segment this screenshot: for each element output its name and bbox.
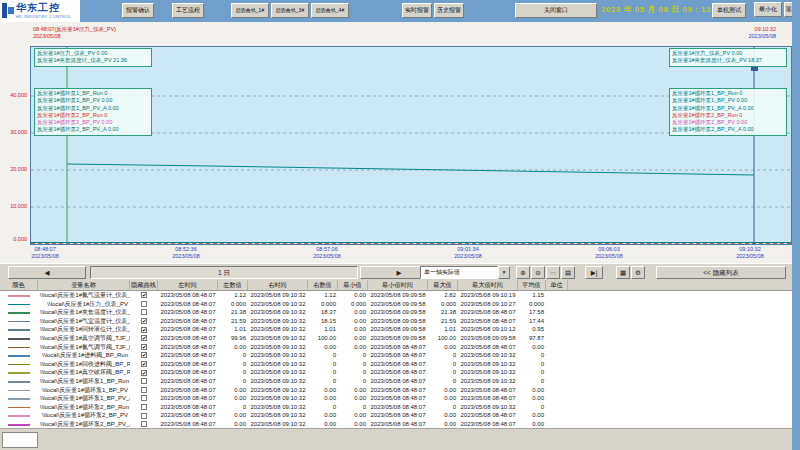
plot-area[interactable]: 反应釜1#压力_仪表_PV 0.00反应釜1#夹套温度计_仪表_PV 21.36… — [30, 46, 792, 245]
hide-curve-checkbox[interactable] — [141, 301, 147, 307]
table-row[interactable]: \\local\反应釜1#气室温度计_仪表_PV✔2023/05/08 08:4… — [0, 317, 792, 326]
hide-curve-checkbox[interactable] — [141, 413, 147, 419]
cursor-left-label: 08:48:07(反应釜1#压力_仪表_PV) — [33, 26, 116, 33]
x-tick-time: 08:52:36 — [151, 246, 221, 253]
column-header[interactable]: 平均值 — [518, 280, 546, 290]
cell-rv: 0.00 — [308, 386, 338, 395]
hide-list-button[interactable]: << 隐藏列表 — [656, 266, 786, 279]
curve-color-swatch — [8, 407, 30, 409]
trend-4-button[interactable]: 趋势曲线_4# — [311, 3, 349, 18]
hide-curve-checkbox[interactable]: ✔ — [141, 352, 147, 358]
cell-rt: 2023/05/08 09:10:32 — [248, 394, 308, 403]
table-row[interactable]: \\local\反应釜1#压力_仪表_PV2023/05/08 08:48:07… — [0, 300, 792, 309]
cell-rt: 2023/05/08 09:10:32 — [248, 300, 308, 309]
curve-color-swatch — [8, 304, 30, 306]
table-row[interactable]: \\local\反应釜1#真空调节阀_TJF_KD_PV✔2023/05/08 … — [0, 334, 792, 343]
table-row[interactable]: \\local\反应釜1#回转液位计_仪表_PV✔2023/05/08 08:4… — [0, 325, 792, 334]
hide-curve-checkbox[interactable]: ✔ — [141, 344, 147, 350]
history-alarm-button[interactable]: 历史报警 — [434, 3, 464, 18]
cell-max: 0.00 — [428, 411, 458, 420]
table-row[interactable]: \\local\反应釜1#循环泵1_BP_PV2023/05/08 08:48:… — [0, 386, 792, 395]
table-row[interactable]: \\local\反应釜1#循环泵1_BP_PV_A2023/05/08 08:4… — [0, 394, 792, 403]
cell-avg: 17.58 — [518, 308, 546, 317]
table-row[interactable]: \\local\反应釜1#回收进料阀_BP_Run✔2023/05/08 08:… — [0, 360, 792, 369]
hide-curve-checkbox[interactable]: ✔ — [141, 361, 147, 367]
alarm-ack-button[interactable]: 报警确认 — [122, 3, 154, 18]
chevron-down-icon[interactable]: ▼ — [498, 266, 510, 279]
hide-curve-checkbox[interactable] — [141, 378, 147, 384]
standalone-test-button[interactable]: 单机测试 — [712, 3, 746, 18]
column-header[interactable]: 左数值 — [218, 280, 248, 290]
table-row[interactable]: \\local\反应釜1#进料阀_BP_Run✔2023/05/08 08:48… — [0, 351, 792, 360]
process-flow-button[interactable]: 工艺流程 — [172, 3, 204, 18]
cell-rt: 2023/05/08 09:10:32 — [248, 360, 308, 369]
hide-curve-checkbox[interactable] — [141, 395, 147, 401]
table-row[interactable]: \\local\反应釜1#循环泵2_BP_PV2023/05/08 08:48:… — [0, 411, 792, 420]
table-row[interactable]: \\local\反应釜1#夹套温度计_仪表_PV2023/05/08 08:48… — [0, 308, 792, 317]
jump-to-latest-icon[interactable]: ▶| — [585, 266, 603, 279]
hide-curve-checkbox[interactable]: ✔ — [141, 335, 147, 341]
zoom-in-icon[interactable]: ⊕ — [516, 266, 530, 279]
data-sheet-icon[interactable]: ▦ — [616, 266, 630, 279]
legend-box-top-right[interactable]: 反应釜1#压力_仪表_PV 0.00反应釜1#夹套温度计_仪表_PV 18.37 — [669, 48, 787, 67]
hide-curve-checkbox[interactable] — [141, 309, 147, 315]
settings-gear-icon[interactable]: ⚙ — [631, 266, 645, 279]
column-header[interactable]: 右时间 — [248, 280, 308, 290]
cell-unit — [546, 360, 568, 369]
trend-1-button[interactable]: 趋势曲线_1# — [231, 3, 269, 18]
hide-curve-checkbox[interactable]: ✔ — [141, 370, 147, 376]
table-row[interactable]: \\local\反应釜1#循环泵2_BP_Run2023/05/08 08:48… — [0, 403, 792, 412]
table-row[interactable]: \\local\反应釜1#真空破坏阀_BP_Run✔2023/05/08 08:… — [0, 368, 792, 377]
cell-avg: 0 — [518, 377, 546, 386]
legend-entry: 反应釜1#循环泵2_BP_Run 0 — [672, 112, 784, 119]
hide-curve-checkbox[interactable]: ✔ — [141, 292, 147, 298]
hide-curve-checkbox[interactable] — [141, 387, 147, 393]
x-tick-date: 2023/05/08 — [10, 253, 80, 260]
cell-max: 0.00 — [428, 343, 458, 352]
hide-curve-checkbox[interactable] — [141, 404, 147, 410]
column-header[interactable]: 右数值 — [308, 280, 338, 290]
cell-unit — [546, 334, 568, 343]
legend-box-mid-right[interactable]: 反应釜1#循环泵1_BP_Run 0反应釜1#循环泵1_BP_PV 0.00反应… — [669, 88, 787, 136]
taskbar-button[interactable] — [2, 432, 38, 448]
realtime-alarm-button[interactable]: 实时报警 — [402, 3, 432, 18]
cell-maxt: 2023/05/08 09:10:32 — [458, 377, 518, 386]
minimize-button[interactable]: 最小化 — [754, 2, 782, 17]
column-header[interactable]: 左时间 — [158, 280, 218, 290]
cell-mint: 2023/05/08 09:09:58 — [368, 300, 428, 309]
table-row[interactable]: \\local\反应釜1#循环泵1_BP_Run2023/05/08 08:48… — [0, 377, 792, 386]
column-header[interactable]: 最大值时间 — [458, 280, 518, 290]
cell-rv: 100.00 — [308, 334, 338, 343]
table-row[interactable]: \\local\反应釜1#氮气流量计_仪表_PV✔2023/05/08 08:4… — [0, 291, 792, 300]
legend-box-top-left[interactable]: 反应釜1#压力_仪表_PV 0.00反应釜1#夹套温度计_仪表_PV 21.36 — [34, 48, 152, 67]
column-header[interactable]: 变量名称 — [38, 280, 130, 290]
cell-lt: 2023/05/08 08:48:07 — [158, 351, 218, 360]
column-header[interactable]: 最小值时间 — [368, 280, 428, 290]
column-header[interactable]: 颜色 — [0, 280, 38, 290]
hide-curve-checkbox[interactable] — [141, 421, 147, 427]
y-tick-label: 20.000 — [0, 166, 27, 172]
hide-curve-checkbox[interactable]: ✔ — [141, 327, 147, 333]
cell-lv: 0 — [218, 403, 248, 412]
print-icon[interactable]: ▤ — [561, 266, 575, 279]
legend-box-mid-left[interactable]: 反应釜1#循环泵1_BP_Run 0反应釜1#循环泵1_BP_PV 0.00反应… — [34, 88, 152, 136]
column-header[interactable]: 单位 — [546, 280, 568, 290]
scroll-left-button[interactable]: ◀ — [8, 266, 86, 279]
column-header[interactable]: 最大值 — [428, 280, 458, 290]
time-span-field[interactable]: 1 日 — [90, 266, 358, 279]
cell-maxt: 2023/05/08 08:48:07 — [458, 308, 518, 317]
axis-mode-select[interactable]: 单一轴实际值 — [420, 266, 498, 279]
trend-3-button[interactable]: 趋势曲线_3# — [271, 3, 309, 18]
hide-curve-checkbox[interactable]: ✔ — [141, 318, 147, 324]
cell-unit — [546, 308, 568, 317]
cell-maxt: 2023/05/08 09:10:32 — [458, 403, 518, 412]
cell-lt: 2023/05/08 08:48:07 — [158, 334, 218, 343]
close-window-button[interactable]: 关闭窗口 — [515, 3, 597, 18]
column-header[interactable]: 隐藏曲线 — [130, 280, 158, 290]
column-header[interactable]: 最小值 — [338, 280, 368, 290]
table-row[interactable]: \\local\反应釜1#氮气调节阀_TJF_KD_PV✔2023/05/08 … — [0, 343, 792, 352]
cell-maxt: 2023/05/08 08:48:07 — [458, 394, 518, 403]
legend-entry: 反应釜1#夹套温度计_仪表_PV 18.37 — [672, 57, 784, 64]
zoom-out-icon[interactable]: ⊖ — [531, 266, 545, 279]
cell-name: \\local\反应釜1#回收进料阀_BP_Run — [38, 360, 130, 369]
